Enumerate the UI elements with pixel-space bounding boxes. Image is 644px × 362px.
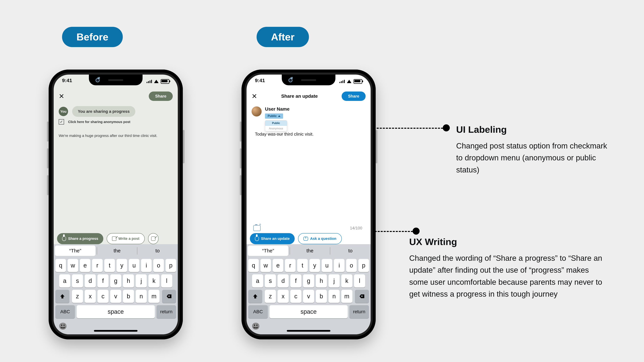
btn-label: Write a post (118, 237, 140, 241)
space-key[interactable]: space (77, 305, 155, 318)
key-i[interactable]: i (334, 259, 344, 272)
close-icon[interactable]: ✕ (59, 93, 64, 99)
share-button[interactable]: Share (342, 91, 366, 101)
user-name: User Name (265, 106, 290, 112)
key-a[interactable]: a (59, 274, 70, 287)
key-k[interactable]: k (341, 274, 352, 287)
abc-key[interactable]: ABC (55, 305, 75, 318)
visibility-dropdown[interactable]: Public (265, 113, 283, 119)
key-o[interactable]: o (346, 259, 357, 272)
key-l[interactable]: l (354, 274, 365, 287)
signal-icon (340, 80, 345, 83)
key-m[interactable]: m (341, 290, 352, 303)
comparison-slide: Before After UI Labeling Changed post st… (0, 0, 644, 362)
key-b[interactable]: b (123, 290, 134, 303)
visibility-option-anonymous[interactable]: Anonymous (265, 126, 287, 131)
key-j[interactable]: j (328, 274, 340, 287)
btn-label: Share a progress (68, 237, 98, 241)
share-update-button[interactable]: Share an update (250, 233, 295, 244)
abc-key[interactable]: ABC (248, 305, 268, 318)
screen-after: 9:41 ✕ Share an update Share User Name P… (246, 75, 371, 334)
home-indicator[interactable] (94, 330, 138, 332)
battery-icon (354, 79, 362, 84)
key-p[interactable]: p (358, 259, 369, 272)
edit-icon (112, 237, 116, 241)
notch (89, 75, 142, 85)
key-z[interactable]: z (72, 290, 83, 303)
home-indicator[interactable] (287, 330, 330, 332)
key-x[interactable]: x (85, 290, 96, 303)
post-textarea[interactable]: Today was our third clinic visit. (255, 132, 362, 137)
keyboard-suggestions: “The” the to (54, 244, 178, 257)
key-a[interactable]: a (252, 274, 263, 287)
suggestion-2[interactable]: the (97, 244, 137, 257)
add-photo-icon[interactable] (253, 225, 260, 231)
key-y[interactable]: y (116, 259, 127, 272)
share-button[interactable]: Share (149, 91, 173, 101)
key-h[interactable]: h (123, 274, 134, 287)
space-key[interactable]: space (270, 305, 348, 318)
share-progress-button[interactable]: Share a progress (57, 233, 103, 244)
key-s[interactable]: s (265, 274, 276, 287)
key-k[interactable]: k (148, 274, 160, 287)
key-d[interactable]: d (85, 274, 96, 287)
return-key[interactable]: return (156, 305, 176, 318)
key-w[interactable]: w (68, 259, 78, 272)
key-x[interactable]: x (278, 290, 289, 303)
return-key[interactable]: return (349, 305, 369, 318)
key-c[interactable]: c (290, 290, 301, 303)
key-i[interactable]: i (141, 259, 152, 272)
key-g[interactable]: g (110, 274, 121, 287)
anonymous-checkbox[interactable]: ✓ (59, 119, 64, 124)
suggestion-2[interactable]: the (290, 244, 330, 257)
key-q[interactable]: q (55, 259, 66, 272)
post-textarea[interactable]: We're making a huge progress after our t… (59, 133, 173, 138)
visibility-option-public[interactable]: Public (265, 120, 287, 126)
key-g[interactable]: g (303, 274, 314, 287)
key-o[interactable]: o (153, 259, 164, 272)
callout-ui-labeling: UI Labeling Changed post status option f… (456, 124, 607, 176)
key-u[interactable]: u (129, 259, 139, 272)
key-q[interactable]: q (248, 259, 259, 272)
key-d[interactable]: d (278, 274, 289, 287)
key-b[interactable]: b (316, 290, 327, 303)
emoji-key[interactable]: 😃 (59, 322, 67, 330)
key-t[interactable]: t (297, 259, 308, 272)
key-z[interactable]: z (265, 290, 276, 303)
key-r[interactable]: r (92, 259, 103, 272)
delete-key[interactable] (355, 290, 369, 303)
key-h[interactable]: h (316, 274, 327, 287)
key-s[interactable]: s (72, 274, 83, 287)
suggestion-1[interactable]: “The” (55, 246, 96, 256)
key-w[interactable]: w (260, 259, 271, 272)
key-n[interactable]: n (136, 290, 147, 303)
key-p[interactable]: p (166, 259, 176, 272)
key-u[interactable]: u (322, 259, 332, 272)
emoji-key[interactable]: 😃 (252, 322, 260, 330)
shift-key[interactable] (55, 290, 70, 303)
key-m[interactable]: m (148, 290, 160, 303)
key-f[interactable]: f (290, 274, 301, 287)
suggestion-1[interactable]: “The” (248, 246, 288, 256)
key-l[interactable]: l (161, 274, 172, 287)
key-r[interactable]: r (285, 259, 296, 272)
key-v[interactable]: v (110, 290, 121, 303)
write-post-button[interactable]: Write a post (107, 233, 145, 244)
key-c[interactable]: c (98, 290, 108, 303)
suggestion-3[interactable]: to (137, 244, 178, 257)
key-t[interactable]: t (104, 259, 115, 272)
close-icon[interactable]: ✕ (252, 93, 257, 99)
shift-key[interactable] (248, 290, 262, 303)
key-n[interactable]: n (328, 290, 340, 303)
key-e[interactable]: e (80, 259, 90, 272)
delete-key[interactable] (162, 290, 176, 303)
screen-before: 9:41 ✕ Share You You are sharing a progr… (54, 75, 178, 334)
suggestion-3[interactable]: to (330, 244, 371, 257)
key-e[interactable]: e (273, 259, 283, 272)
key-j[interactable]: j (136, 274, 147, 287)
camera-button-partial[interactable] (148, 233, 158, 244)
key-f[interactable]: f (98, 274, 108, 287)
key-y[interactable]: y (310, 259, 320, 272)
key-v[interactable]: v (303, 290, 314, 303)
ask-question-button[interactable]: Ask a question (298, 233, 342, 244)
